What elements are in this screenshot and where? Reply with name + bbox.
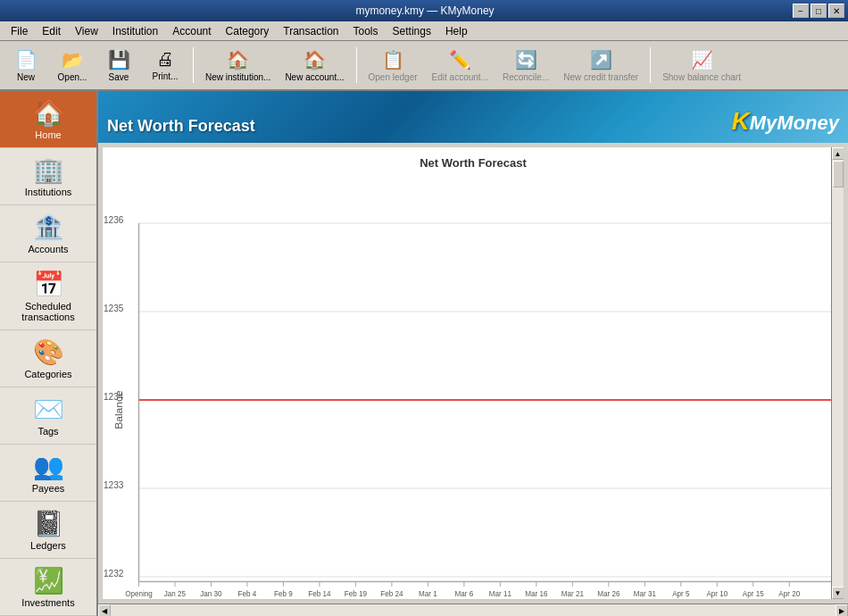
new-credit-transfer-icon: ↗️ <box>590 49 612 71</box>
new-institution-button[interactable]: 🏠 New institution... <box>199 43 277 87</box>
sidebar-item-categories[interactable]: 🎨 Categories <box>0 330 96 387</box>
save-button[interactable]: 💾 Save <box>96 43 141 87</box>
content-header: Net Worth Forecast KMyMoney <box>98 91 848 143</box>
svg-text:Apr 10: Apr 10 <box>706 589 727 598</box>
sidebar-item-scheduled-transactions[interactable]: 📅 Scheduled transactions <box>0 262 96 330</box>
show-balance-chart-button[interactable]: 📈 Show balance chart <box>656 43 747 87</box>
svg-text:Mar 1: Mar 1 <box>419 589 437 598</box>
main-layout: 🏠 Home 🏢 Institutions 🏦 Accounts 📅 Sched… <box>0 91 848 616</box>
toolbar-separator-1 <box>193 47 194 83</box>
menu-file[interactable]: File <box>4 23 35 39</box>
svg-text:Mar 16: Mar 16 <box>525 589 547 598</box>
home-icon: 🏠 <box>33 98 64 128</box>
sidebar-item-investments-label: Investments <box>21 597 74 608</box>
ledgers-icon: 📓 <box>33 509 64 538</box>
svg-text:Mar 26: Mar 26 <box>597 589 619 598</box>
sidebar-item-payees[interactable]: 👥 Payees <box>0 445 96 502</box>
svg-text:Feb 24: Feb 24 <box>380 589 403 598</box>
reconcile-icon: 🔄 <box>515 49 537 71</box>
sidebar-item-payees-label: Payees <box>32 483 65 494</box>
svg-text:Mar 6: Mar 6 <box>455 589 474 598</box>
svg-text:Mar 11: Mar 11 <box>489 589 511 598</box>
save-icon: 💾 <box>108 49 130 71</box>
sidebar: 🏠 Home 🏢 Institutions 🏦 Accounts 📅 Sched… <box>0 91 98 616</box>
tags-icon: ✉️ <box>33 395 64 424</box>
open-icon: 📂 <box>62 49 84 71</box>
title-bar: mymoney.kmy — KMyMoney − □ ✕ <box>0 0 848 21</box>
scroll-right-button[interactable]: ▶ <box>836 604 848 616</box>
new-button[interactable]: 📄 New <box>4 43 48 87</box>
svg-text:Balance: Balance <box>113 390 124 429</box>
scroll-up-button[interactable]: ▲ <box>832 147 844 160</box>
svg-text:Jan 30: Jan 30 <box>200 589 222 598</box>
menu-settings[interactable]: Settings <box>386 23 438 39</box>
new-account-icon: 🏠 <box>303 49 326 71</box>
open-ledger-button[interactable]: 📋 Open ledger <box>362 43 424 87</box>
sidebar-item-ledgers-label: Ledgers <box>30 540 66 551</box>
menu-category[interactable]: Category <box>219 23 277 39</box>
menu-institution[interactable]: Institution <box>105 23 165 39</box>
sidebar-item-investments[interactable]: 💹 Investments <box>0 559 96 616</box>
new-institution-icon: 🏠 <box>227 49 249 71</box>
vertical-scrollbar[interactable]: ▲ ▼ <box>831 147 844 599</box>
toolbar-separator-2 <box>356 47 357 83</box>
menu-help[interactable]: Help <box>438 23 475 39</box>
sidebar-item-accounts[interactable]: 🏦 Accounts <box>0 205 96 262</box>
menu-edit[interactable]: Edit <box>35 23 68 39</box>
new-credit-transfer-button[interactable]: ↗️ New credit transfer <box>557 43 644 87</box>
open-button[interactable]: 📂 Open... <box>50 43 95 87</box>
svg-text:Jan 25: Jan 25 <box>164 589 187 598</box>
svg-text:1233: 1233 <box>104 479 124 490</box>
h-scroll-track <box>111 604 836 616</box>
menu-bar: File Edit View Institution Account Categ… <box>0 21 848 41</box>
svg-text:Apr 5: Apr 5 <box>672 589 690 598</box>
sidebar-item-home[interactable]: 🏠 Home <box>0 91 96 148</box>
svg-text:Feb 4: Feb 4 <box>238 589 257 598</box>
scroll-down-button[interactable]: ▼ <box>832 587 844 599</box>
maximize-button[interactable]: □ <box>811 4 827 18</box>
investments-icon: 💹 <box>33 566 64 595</box>
menu-transaction[interactable]: Transaction <box>276 23 345 39</box>
svg-text:Feb 9: Feb 9 <box>274 589 293 598</box>
accounts-icon: 🏦 <box>33 212 64 242</box>
print-icon: 🖨 <box>156 49 174 70</box>
edit-account-button[interactable]: ✏️ Edit account... <box>426 43 495 87</box>
menu-account[interactable]: Account <box>165 23 218 39</box>
edit-account-icon: ✏️ <box>449 49 471 71</box>
svg-text:Mar 21: Mar 21 <box>561 589 584 598</box>
show-balance-chart-icon: 📈 <box>691 49 713 71</box>
sidebar-item-tags[interactable]: ✉️ Tags <box>0 387 96 445</box>
new-icon: 📄 <box>15 49 37 71</box>
menu-view[interactable]: View <box>68 23 105 39</box>
new-account-button[interactable]: 🏠 New account... <box>279 43 350 87</box>
toolbar: 📄 New 📂 Open... 💾 Save 🖨 Print... 🏠 New … <box>0 41 848 91</box>
scroll-thumb[interactable] <box>833 161 844 187</box>
sidebar-item-categories-label: Categories <box>24 369 71 379</box>
svg-text:Opening: Opening <box>125 589 153 598</box>
close-button[interactable]: ✕ <box>828 4 844 18</box>
svg-text:Apr 15: Apr 15 <box>743 589 764 598</box>
svg-text:Feb 14: Feb 14 <box>308 589 330 598</box>
print-button[interactable]: 🖨 Print... <box>143 43 187 87</box>
categories-icon: 🎨 <box>33 337 64 367</box>
payees-icon: 👥 <box>33 452 64 481</box>
toolbar-separator-3 <box>650 47 651 83</box>
open-ledger-icon: 📋 <box>382 49 404 71</box>
window-title: mymoney.kmy — KMyMoney <box>57 4 793 17</box>
svg-text:Feb 19: Feb 19 <box>345 589 367 598</box>
sidebar-item-tags-label: Tags <box>37 426 58 437</box>
sidebar-item-institutions[interactable]: 🏢 Institutions <box>0 148 96 205</box>
menu-tools[interactable]: Tools <box>346 23 386 39</box>
svg-text:Mar 31: Mar 31 <box>634 589 656 598</box>
scroll-left-button[interactable]: ◀ <box>98 604 111 616</box>
horizontal-scrollbar[interactable]: ◀ ▶ <box>98 604 848 616</box>
sidebar-item-ledgers[interactable]: 📓 Ledgers <box>0 502 96 559</box>
page-title: Net Worth Forecast <box>107 117 255 136</box>
sidebar-item-accounts-label: Accounts <box>28 244 68 254</box>
svg-text:Apr 20: Apr 20 <box>778 589 800 598</box>
kmymoney-logo: KMyMoney <box>732 107 839 136</box>
chart-area: Net Worth Forecast 1236 1235 1234 1233 1… <box>102 146 844 600</box>
scheduled-transactions-icon: 📅 <box>33 270 64 299</box>
reconcile-button[interactable]: 🔄 Reconcile... <box>496 43 555 87</box>
minimize-button[interactable]: − <box>793 4 809 18</box>
